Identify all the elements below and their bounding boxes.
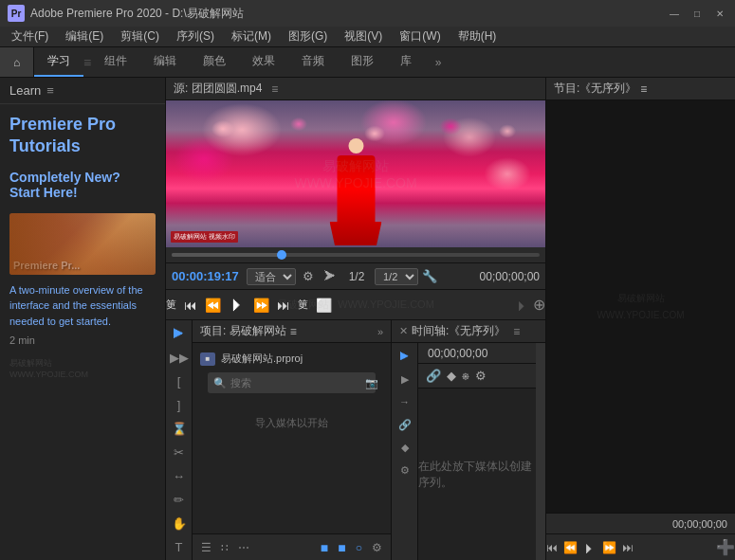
new-item-icon[interactable]: ○ <box>353 539 365 556</box>
figure-head <box>348 138 363 154</box>
wrench-icon[interactable]: 🔧 <box>422 269 437 283</box>
tab-learn[interactable]: 学习 <box>34 47 83 77</box>
mark-in-button[interactable]: 筻 <box>166 298 176 312</box>
tab-assembly[interactable]: 组件 <box>91 47 140 77</box>
menu-file[interactable]: 文件(F) <box>4 27 56 46</box>
tl-track-icon[interactable]: ▶ <box>395 370 414 388</box>
scrubber-handle[interactable] <box>277 250 286 260</box>
bottom-center: ⯈ ▶▶ [ ] ⌛ ✂ ↔ ✏ ✋ T 项目: 易破解网站 ≡ » <box>166 320 545 560</box>
menu-edit[interactable]: 编辑(E) <box>58 27 111 46</box>
program-panel-menu-icon[interactable]: ≡ <box>640 82 647 96</box>
prog-step-forward-icon[interactable]: ⏭ <box>622 541 634 554</box>
maximize-button[interactable]: □ <box>689 6 705 21</box>
razor-tool-icon[interactable]: ✂ <box>170 443 189 461</box>
home-button[interactable]: ⌂ <box>0 47 34 77</box>
new-item-button[interactable]: ■ <box>335 538 348 557</box>
rate-stretch-icon[interactable]: ⌛ <box>170 419 189 438</box>
counter-dropdown[interactable]: 1/2 <box>375 268 418 285</box>
menu-window[interactable]: 窗口(W) <box>392 27 448 46</box>
tl-marker-icon[interactable]: ◆ <box>395 438 414 457</box>
source-panel-menu-icon[interactable]: ≡ <box>271 82 278 96</box>
tl-link-icon[interactable]: 🔗 <box>395 415 414 434</box>
source-timecode-right: 00;00;00;00 <box>480 270 540 283</box>
tl-snap-icon2[interactable]: ⎈ <box>462 369 469 383</box>
play-button[interactable]: ⏵ <box>229 295 246 315</box>
tab-editing[interactable]: 编辑 <box>140 47 190 77</box>
timeline-scrollbar[interactable] <box>536 343 545 560</box>
project-search-input[interactable] <box>230 377 361 388</box>
program-play-button[interactable]: ⏵ <box>516 298 529 313</box>
project-filename: 易破解网站.prproj <box>221 352 303 366</box>
learn-panel-header: Learn ≡ <box>0 78 165 104</box>
prog-fast-forward-icon[interactable]: ⏩ <box>602 541 616 554</box>
project-panel: 项目: 易破解网站 ≡ » ■ 易破解网站.prproj 🔍 📷 导入媒体以开始 <box>193 320 392 560</box>
tab-libraries[interactable]: 库 <box>387 47 425 77</box>
scrubber-track[interactable] <box>172 253 540 257</box>
camera-icon[interactable]: 📷 <box>365 377 378 389</box>
prog-step-back-icon[interactable]: ⏮ <box>546 541 558 554</box>
timeline-close-icon[interactable]: ✕ <box>399 325 408 337</box>
window-controls[interactable]: — □ ✕ <box>667 6 727 21</box>
tab-graphics[interactable]: 图形 <box>338 47 387 77</box>
prog-rewind-icon[interactable]: ⏪ <box>563 541 578 554</box>
settings-icon[interactable]: ⚙ <box>300 269 317 283</box>
project-file-item[interactable]: ■ 易破解网站.prproj <box>200 349 383 369</box>
list-view-button[interactable]: ☰ <box>198 539 214 556</box>
app-logo: Pr <box>8 5 25 22</box>
tab-color[interactable]: 颜色 <box>190 47 239 77</box>
program-playback-controls: ⏮ ⏪ ⏵ ⏩ ⏭ ➕ <box>546 533 735 560</box>
scrubber-progress <box>172 253 282 257</box>
tl-snap-icon[interactable]: → <box>395 392 414 411</box>
track-select-icon[interactable]: ▶▶ <box>170 348 189 367</box>
learn-menu-icon[interactable]: ≡ <box>46 83 54 98</box>
menu-clip[interactable]: 剪辑(C) <box>113 27 167 46</box>
menu-graphics[interactable]: 图形(G) <box>281 27 335 46</box>
selection-tool-icon[interactable]: ⯈ <box>170 324 189 343</box>
new-bin-button[interactable]: ■ <box>318 538 331 557</box>
fit-dropdown[interactable]: 适合 <box>247 268 296 285</box>
project-search-bar[interactable]: 🔍 📷 <box>208 372 376 393</box>
learn-thumbnail[interactable]: Premiere Pr... <box>9 213 156 275</box>
source-timecode[interactable]: 00:00:19:17 <box>172 269 243 283</box>
tl-settings-icon[interactable]: ⚙ <box>395 461 414 479</box>
more-workspaces-button[interactable]: » <box>425 47 451 77</box>
freeform-view-button[interactable]: ⋯ <box>235 539 252 556</box>
timeline-panel-menu-icon[interactable]: ≡ <box>513 325 520 338</box>
fast-forward-button[interactable]: ⏩ <box>253 298 269 313</box>
tab-audio[interactable]: 音频 <box>288 47 338 77</box>
tl-add-marker-icon[interactable]: ◆ <box>447 369 456 383</box>
menu-sequence[interactable]: 序列(S) <box>169 27 222 46</box>
insert-icon[interactable]: ⮞ <box>321 269 339 283</box>
pen-tool-icon[interactable]: ✏ <box>170 490 189 509</box>
menu-help[interactable]: 帮助(H) <box>450 27 505 46</box>
close-button[interactable]: ✕ <box>712 6 727 21</box>
prog-add-button[interactable]: ➕ <box>716 538 735 556</box>
program-label: 节目:《无序列》 <box>554 81 636 97</box>
figure-body <box>337 155 375 222</box>
project-panel-menu-icon[interactable]: ≡ <box>290 325 297 338</box>
learn-subtitle[interactable]: Completely New?Start Here! <box>9 170 156 200</box>
menu-view[interactable]: 视图(V) <box>337 27 390 46</box>
ripple-edit-icon[interactable]: [ <box>170 371 189 390</box>
tl-link-selection-icon[interactable]: 🔗 <box>426 369 441 383</box>
tab-effects[interactable]: 效果 <box>239 47 288 77</box>
menu-marker[interactable]: 标记(M) <box>224 27 279 46</box>
type-tool-icon[interactable]: T <box>170 537 189 556</box>
slip-tool-icon[interactable]: ↔ <box>170 466 189 485</box>
tl-ripple-icon[interactable]: ⯈ <box>395 347 414 366</box>
rewind-button[interactable]: ⏪ <box>205 298 221 313</box>
source-scrubber[interactable] <box>166 247 545 262</box>
icon-view-button[interactable]: ∷ <box>218 539 231 556</box>
minimize-button[interactable]: — <box>667 6 682 21</box>
rolling-edit-icon[interactable]: ] <box>170 395 189 414</box>
project-panel-more-icon[interactable]: » <box>377 326 383 337</box>
prog-play-icon[interactable]: ⏵ <box>583 540 597 555</box>
step-back-button[interactable]: ⏮ <box>184 298 197 313</box>
timeline-panel: ✕ 时间轴:《无序列》 ≡ ⯈ ▶ → 🔗 ◆ ⚙ 00; <box>392 320 545 560</box>
add-button[interactable]: ⊕ <box>533 296 545 314</box>
program-watermark: 易破解网站 WWW.YPOJIE.COM <box>597 290 684 324</box>
settings-button[interactable]: ⚙ <box>369 539 385 556</box>
tl-wrench-icon[interactable]: ⚙ <box>475 369 487 383</box>
hand-tool-icon[interactable]: ✋ <box>170 514 189 533</box>
title-left: Pr Adobe Premiere Pro 2020 - D:\易破解网站 <box>8 5 244 22</box>
